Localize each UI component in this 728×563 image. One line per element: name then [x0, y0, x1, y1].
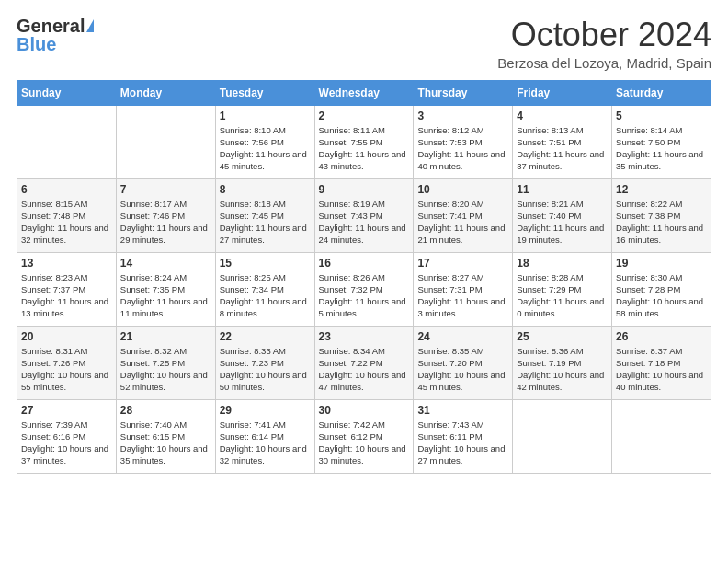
- calendar-cell: 13Sunrise: 8:23 AM Sunset: 7:37 PM Dayli…: [17, 252, 117, 326]
- weekday-header-thursday: Thursday: [414, 80, 513, 105]
- day-info: Sunrise: 8:33 AM Sunset: 7:23 PM Dayligh…: [220, 345, 311, 394]
- logo: General Blue: [17, 17, 94, 53]
- title-section: October 2024 Berzosa del Lozoya, Madrid,…: [497, 17, 711, 71]
- calendar-cell: [612, 399, 711, 473]
- day-info: Sunrise: 8:24 AM Sunset: 7:35 PM Dayligh…: [120, 271, 211, 320]
- calendar-cell: [513, 399, 612, 473]
- calendar-cell: 26Sunrise: 8:37 AM Sunset: 7:18 PM Dayli…: [612, 326, 711, 399]
- day-info: Sunrise: 7:41 AM Sunset: 6:14 PM Dayligh…: [220, 419, 311, 467]
- day-number: 30: [319, 404, 410, 417]
- day-number: 21: [120, 330, 211, 343]
- day-info: Sunrise: 7:43 AM Sunset: 6:11 PM Dayligh…: [417, 419, 508, 467]
- calendar-cell: 10Sunrise: 8:20 AM Sunset: 7:41 PM Dayli…: [414, 178, 513, 252]
- calendar-week-row: 13Sunrise: 8:23 AM Sunset: 7:37 PM Dayli…: [17, 252, 711, 326]
- day-number: 1: [220, 109, 311, 122]
- day-number: 8: [220, 183, 311, 196]
- calendar-cell: 25Sunrise: 8:36 AM Sunset: 7:19 PM Dayli…: [513, 326, 612, 399]
- day-number: 15: [220, 257, 311, 270]
- calendar-week-row: 20Sunrise: 8:31 AM Sunset: 7:26 PM Dayli…: [17, 326, 711, 399]
- day-number: 18: [517, 257, 608, 270]
- day-number: 3: [417, 109, 508, 122]
- calendar-cell: 30Sunrise: 7:42 AM Sunset: 6:12 PM Dayli…: [314, 399, 414, 473]
- calendar-cell: [116, 105, 215, 178]
- calendar-cell: 15Sunrise: 8:25 AM Sunset: 7:34 PM Dayli…: [215, 252, 314, 326]
- day-number: 23: [319, 330, 410, 343]
- day-number: 12: [616, 183, 707, 196]
- day-info: Sunrise: 8:22 AM Sunset: 7:38 PM Dayligh…: [616, 198, 707, 247]
- day-number: 9: [319, 183, 410, 196]
- day-info: Sunrise: 8:31 AM Sunset: 7:26 PM Dayligh…: [21, 345, 112, 394]
- page: General Blue October 2024 Berzosa del Lo…: [0, 0, 728, 563]
- weekday-header-row: SundayMondayTuesdayWednesdayThursdayFrid…: [17, 80, 711, 105]
- logo-blue-text: Blue: [17, 35, 56, 53]
- calendar-cell: 23Sunrise: 8:34 AM Sunset: 7:22 PM Dayli…: [314, 326, 414, 399]
- day-info: Sunrise: 8:13 AM Sunset: 7:51 PM Dayligh…: [517, 124, 608, 173]
- location-title: Berzosa del Lozoya, Madrid, Spain: [497, 55, 711, 71]
- calendar-cell: 16Sunrise: 8:26 AM Sunset: 7:32 PM Dayli…: [314, 252, 414, 326]
- day-info: Sunrise: 8:23 AM Sunset: 7:37 PM Dayligh…: [21, 271, 112, 320]
- calendar-cell: 9Sunrise: 8:19 AM Sunset: 7:43 PM Daylig…: [314, 178, 414, 252]
- day-number: 6: [21, 183, 112, 196]
- calendar-cell: 11Sunrise: 8:21 AM Sunset: 7:40 PM Dayli…: [513, 178, 612, 252]
- day-number: 4: [517, 109, 608, 122]
- weekday-header-wednesday: Wednesday: [314, 80, 414, 105]
- weekday-header-sunday: Sunday: [17, 80, 117, 105]
- day-number: 14: [120, 257, 211, 270]
- day-number: 25: [517, 330, 608, 343]
- calendar-cell: 27Sunrise: 7:39 AM Sunset: 6:16 PM Dayli…: [17, 399, 117, 473]
- day-number: 17: [417, 257, 508, 270]
- calendar-cell: 29Sunrise: 7:41 AM Sunset: 6:14 PM Dayli…: [215, 399, 314, 473]
- day-info: Sunrise: 7:39 AM Sunset: 6:16 PM Dayligh…: [21, 419, 112, 467]
- day-info: Sunrise: 8:34 AM Sunset: 7:22 PM Dayligh…: [319, 345, 410, 394]
- day-number: 16: [319, 257, 410, 270]
- day-info: Sunrise: 8:15 AM Sunset: 7:48 PM Dayligh…: [21, 198, 112, 247]
- day-number: 7: [120, 183, 211, 196]
- header: General Blue October 2024 Berzosa del Lo…: [17, 17, 711, 71]
- day-info: Sunrise: 7:40 AM Sunset: 6:15 PM Dayligh…: [120, 419, 211, 467]
- day-number: 22: [220, 330, 311, 343]
- calendar-cell: 6Sunrise: 8:15 AM Sunset: 7:48 PM Daylig…: [17, 178, 117, 252]
- day-number: 19: [616, 257, 707, 270]
- calendar-cell: 1Sunrise: 8:10 AM Sunset: 7:56 PM Daylig…: [215, 105, 314, 178]
- day-number: 28: [120, 404, 211, 417]
- calendar-cell: 2Sunrise: 8:11 AM Sunset: 7:55 PM Daylig…: [314, 105, 414, 178]
- day-info: Sunrise: 8:26 AM Sunset: 7:32 PM Dayligh…: [319, 271, 410, 320]
- day-info: Sunrise: 8:10 AM Sunset: 7:56 PM Dayligh…: [220, 124, 311, 173]
- calendar-cell: 28Sunrise: 7:40 AM Sunset: 6:15 PM Dayli…: [116, 399, 215, 473]
- calendar-week-row: 6Sunrise: 8:15 AM Sunset: 7:48 PM Daylig…: [17, 178, 711, 252]
- day-info: Sunrise: 8:20 AM Sunset: 7:41 PM Dayligh…: [417, 198, 508, 247]
- day-info: Sunrise: 8:25 AM Sunset: 7:34 PM Dayligh…: [220, 271, 311, 320]
- day-number: 5: [616, 109, 707, 122]
- calendar-cell: 21Sunrise: 8:32 AM Sunset: 7:25 PM Dayli…: [116, 326, 215, 399]
- weekday-header-saturday: Saturday: [612, 80, 711, 105]
- month-title: October 2024: [497, 17, 711, 53]
- day-number: 29: [220, 404, 311, 417]
- day-number: 11: [517, 183, 608, 196]
- day-info: Sunrise: 8:36 AM Sunset: 7:19 PM Dayligh…: [517, 345, 608, 394]
- calendar-cell: [17, 105, 117, 178]
- day-number: 13: [21, 257, 112, 270]
- calendar-week-row: 27Sunrise: 7:39 AM Sunset: 6:16 PM Dayli…: [17, 399, 711, 473]
- day-info: Sunrise: 8:12 AM Sunset: 7:53 PM Dayligh…: [417, 124, 508, 173]
- weekday-header-tuesday: Tuesday: [215, 80, 314, 105]
- calendar-cell: 31Sunrise: 7:43 AM Sunset: 6:11 PM Dayli…: [414, 399, 513, 473]
- day-info: Sunrise: 7:42 AM Sunset: 6:12 PM Dayligh…: [319, 419, 410, 467]
- day-info: Sunrise: 8:30 AM Sunset: 7:28 PM Dayligh…: [616, 271, 707, 320]
- logo-general-text: General: [17, 17, 85, 35]
- calendar-table: SundayMondayTuesdayWednesdayThursdayFrid…: [17, 80, 711, 474]
- calendar-cell: 7Sunrise: 8:17 AM Sunset: 7:46 PM Daylig…: [116, 178, 215, 252]
- day-info: Sunrise: 8:11 AM Sunset: 7:55 PM Dayligh…: [319, 124, 410, 173]
- weekday-header-monday: Monday: [116, 80, 215, 105]
- weekday-header-friday: Friday: [513, 80, 612, 105]
- calendar-cell: 12Sunrise: 8:22 AM Sunset: 7:38 PM Dayli…: [612, 178, 711, 252]
- day-number: 31: [417, 404, 508, 417]
- day-info: Sunrise: 8:18 AM Sunset: 7:45 PM Dayligh…: [220, 198, 311, 247]
- day-number: 10: [417, 183, 508, 196]
- day-info: Sunrise: 8:37 AM Sunset: 7:18 PM Dayligh…: [616, 345, 707, 394]
- day-info: Sunrise: 8:14 AM Sunset: 7:50 PM Dayligh…: [616, 124, 707, 173]
- day-info: Sunrise: 8:27 AM Sunset: 7:31 PM Dayligh…: [417, 271, 508, 320]
- day-info: Sunrise: 8:28 AM Sunset: 7:29 PM Dayligh…: [517, 271, 608, 320]
- calendar-cell: 18Sunrise: 8:28 AM Sunset: 7:29 PM Dayli…: [513, 252, 612, 326]
- day-info: Sunrise: 8:32 AM Sunset: 7:25 PM Dayligh…: [120, 345, 211, 394]
- calendar-cell: 22Sunrise: 8:33 AM Sunset: 7:23 PM Dayli…: [215, 326, 314, 399]
